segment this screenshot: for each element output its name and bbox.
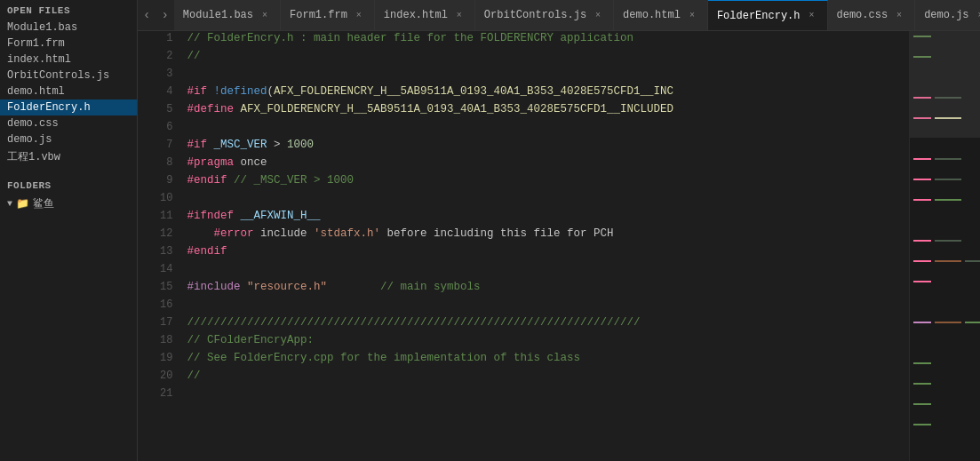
sidebar: OPEN FILES Module1.basForm1.frmindex.htm… <box>0 0 138 461</box>
line-content: #endif // _MSC_VER > 1000 <box>183 173 909 191</box>
file-list: Module1.basForm1.frmindex.htmlOrbitContr… <box>0 20 137 166</box>
tab-OrbitControls-js[interactable]: OrbitControls.js× <box>475 0 614 30</box>
sidebar-file-工程1-vbw[interactable]: 工程1.vbw <box>0 147 137 166</box>
line-number: 13 <box>138 244 183 262</box>
sidebar-file-Module1-bas[interactable]: Module1.bas <box>0 20 137 36</box>
sidebar-file-demo-js[interactable]: demo.js <box>0 131 137 147</box>
line-content: // <box>183 369 909 386</box>
line-number: 10 <box>138 191 183 209</box>
line-number: 7 <box>138 138 183 155</box>
table-row: 16 <box>138 298 909 315</box>
line-number: 15 <box>138 280 183 298</box>
open-files-header: OPEN FILES <box>0 0 137 20</box>
line-content: #endif <box>183 244 909 262</box>
line-content: #ifndef __AFXWIN_H__ <box>183 209 909 227</box>
sidebar-file-OrbitControls-js[interactable]: OrbitControls.js <box>0 68 137 83</box>
table-row: 18// CFolderEncryApp: <box>138 333 909 351</box>
line-number: 14 <box>138 262 183 280</box>
code-editor[interactable]: 1// FolderEncry.h : main header file for… <box>138 31 909 461</box>
code-table: 1// FolderEncry.h : main header file for… <box>138 31 909 404</box>
line-number: 17 <box>138 315 183 333</box>
table-row: 3 <box>138 67 909 84</box>
table-row: 14 <box>138 262 909 280</box>
tab-demo-css[interactable]: demo.css× <box>828 0 916 30</box>
sidebar-file-Form1-frm[interactable]: Form1.frm <box>0 36 137 52</box>
line-content <box>183 120 909 138</box>
table-row: 7#if _MSC_VER > 1000 <box>138 138 909 155</box>
tab-demo-html[interactable]: demo.html× <box>614 0 708 30</box>
line-content: // See FolderEncry.cpp for the implement… <box>183 351 909 369</box>
tab-close-icon[interactable]: × <box>686 9 698 21</box>
line-number: 20 <box>138 369 183 386</box>
minimap-viewport[interactable] <box>910 31 980 138</box>
line-content <box>183 386 909 404</box>
sidebar-file-FolderEncry-h[interactable]: FolderEncry.h <box>0 99 137 115</box>
folder-item[interactable]: ▼ 📁 鲨鱼 <box>0 195 137 213</box>
tab-close-icon[interactable]: × <box>806 10 818 22</box>
line-content: #if !defined(AFX_FOLDERENCRY_H__5AB9511A… <box>183 84 909 102</box>
line-number: 12 <box>138 227 183 244</box>
line-content: // CFolderEncryApp: <box>183 333 909 351</box>
tab-Form1-frm[interactable]: Form1.frm× <box>281 0 375 30</box>
tab-close-icon[interactable]: × <box>893 9 905 21</box>
tab-close-icon[interactable]: × <box>592 9 604 21</box>
table-row: 13#endif <box>138 244 909 262</box>
tab-demo-js[interactable]: demo.js× <box>915 0 980 30</box>
table-row: 12 #error include 'stdafx.h' before incl… <box>138 227 909 244</box>
line-number: 9 <box>138 173 183 191</box>
folders-header: FOLDERS <box>0 175 137 195</box>
forward-btn[interactable]: › <box>155 0 173 30</box>
line-number: 6 <box>138 120 183 138</box>
table-row: 21 <box>138 386 909 404</box>
line-number: 18 <box>138 333 183 351</box>
table-row: 4#if !defined(AFX_FOLDERENCRY_H__5AB9511… <box>138 84 909 102</box>
tab-label: FolderEncry.h <box>717 10 801 22</box>
folders-section: FOLDERS ▼ 📁 鲨鱼 <box>0 175 137 213</box>
table-row: 10 <box>138 191 909 209</box>
code-body: 1// FolderEncry.h : main header file for… <box>138 31 909 404</box>
tab-label: demo.js <box>924 9 968 21</box>
table-row: 2// <box>138 49 909 67</box>
tab-label: index.html <box>384 9 448 21</box>
line-number: 8 <box>138 155 183 173</box>
table-row: 8#pragma once <box>138 155 909 173</box>
line-number: 3 <box>138 67 183 84</box>
line-number: 21 <box>138 386 183 404</box>
sidebar-file-index-html[interactable]: index.html <box>0 52 137 68</box>
main-area: ‹ › Module1.bas×Form1.frm×index.html×Orb… <box>138 0 980 461</box>
tab-Module1-bas[interactable]: Module1.bas× <box>174 0 281 30</box>
tab-close-icon[interactable]: × <box>353 9 365 21</box>
tab-label: demo.css <box>837 9 888 21</box>
tab-close-icon[interactable]: × <box>975 9 980 21</box>
tab-FolderEncry-h[interactable]: FolderEncry.h× <box>708 0 828 30</box>
line-content <box>183 191 909 209</box>
line-number: 11 <box>138 209 183 227</box>
tab-close-icon[interactable]: × <box>259 9 271 21</box>
tab-close-icon[interactable]: × <box>453 9 466 21</box>
table-row: 19// See FolderEncry.cpp for the impleme… <box>138 351 909 369</box>
tabs-container: Module1.bas×Form1.frm×index.html×OrbitCo… <box>174 0 980 30</box>
line-number: 4 <box>138 84 183 102</box>
folder-arrow-icon: ▼ <box>7 199 12 209</box>
tab-label: Module1.bas <box>183 9 253 21</box>
line-content: #include "resource.h" // main symbols <box>183 280 909 298</box>
line-number: 5 <box>138 102 183 120</box>
sidebar-file-demo-css[interactable]: demo.css <box>0 115 137 131</box>
line-content: // FolderEncry.h : main header file for … <box>183 31 909 49</box>
sidebar-file-demo-html[interactable]: demo.html <box>0 83 137 99</box>
minimap <box>909 31 980 461</box>
back-btn[interactable]: ‹ <box>138 0 155 30</box>
tab-label: Form1.frm <box>290 9 347 21</box>
line-content: ////////////////////////////////////////… <box>183 315 909 333</box>
tab-bar: ‹ › Module1.bas×Form1.frm×index.html×Orb… <box>138 0 980 31</box>
editor-container: 1// FolderEncry.h : main header file for… <box>138 31 980 461</box>
line-number: 19 <box>138 351 183 369</box>
folder-name: 鲨鱼 <box>33 196 54 211</box>
line-content <box>183 298 909 315</box>
line-content: #if _MSC_VER > 1000 <box>183 138 909 155</box>
tab-index-html[interactable]: index.html× <box>375 0 475 30</box>
table-row: 17//////////////////////////////////////… <box>138 315 909 333</box>
table-row: 9#endif // _MSC_VER > 1000 <box>138 173 909 191</box>
line-content: #error include 'stdafx.h' before includi… <box>183 227 909 244</box>
table-row: 6 <box>138 120 909 138</box>
